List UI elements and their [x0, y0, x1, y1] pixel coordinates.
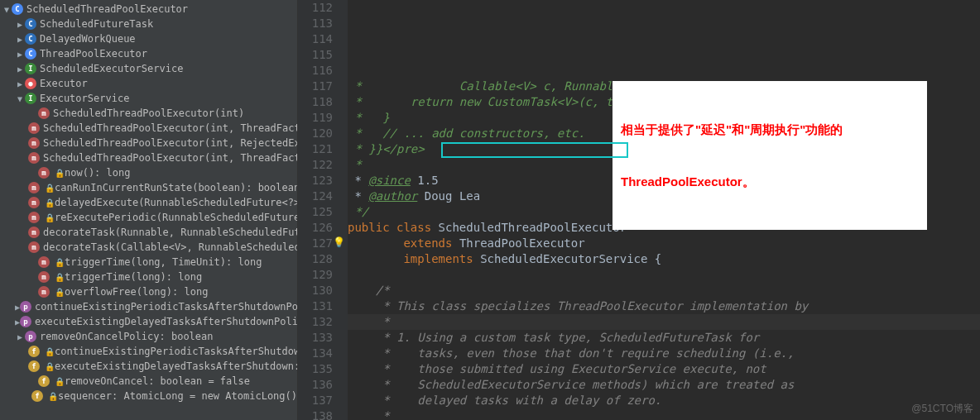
node-kind-icon: m [28, 122, 40, 134]
node-kind-icon: I [25, 93, 36, 104]
tree-item[interactable]: ▶IScheduledExecutorService [0, 61, 297, 76]
lock-icon: 🔒 [45, 198, 55, 208]
node-kind-icon: ● [25, 78, 36, 89]
tree-item-label: Executor [40, 78, 88, 89]
annotation-line1: 相当于提供了"延迟"和"周期执行"功能的 [621, 121, 919, 138]
node-kind-icon: p [25, 331, 36, 342]
node-kind-icon: m [28, 212, 40, 223]
line-number: 129 [298, 267, 333, 283]
tree-item[interactable]: f🔒continueExistingPeriodicTasksAfterShut… [0, 344, 297, 359]
line-number: 134 [298, 346, 333, 361]
node-kind-icon: C [12, 3, 23, 15]
tree-item[interactable]: mScheduledThreadPoolExecutor(int, Thread… [0, 150, 297, 165]
tree-item[interactable]: m🔒now(): long [0, 165, 297, 180]
lock-icon: 🔒 [55, 273, 65, 282]
line-number: 135 [298, 361, 333, 377]
tree-item[interactable]: mScheduledThreadPoolExecutor(int, Reject… [0, 136, 297, 150]
code-line[interactable]: * ScheduledExecutorService methods) whic… [348, 377, 980, 393]
expand-arrow-icon[interactable]: ▼ [2, 5, 12, 14]
tree-item[interactable]: m🔒triggerTime(long): long [0, 270, 297, 284]
tree-item-label: continueExistingPeriodicTasksAfterShutdo… [35, 301, 298, 313]
node-kind-icon: C [25, 48, 36, 60]
node-kind-icon: f [31, 390, 43, 402]
line-number: 127 [298, 236, 333, 251]
tree-item-label: decorateTask(Runnable, RunnableScheduled… [43, 227, 298, 238]
tree-item[interactable]: ▶CDelayedWorkQueue [0, 31, 297, 46]
code-line[interactable]: * [348, 408, 980, 420]
tree-item[interactable]: ▶CThreadPoolExecutor [0, 46, 297, 61]
expand-arrow-icon[interactable]: ▼ [15, 94, 25, 103]
structure-tree[interactable]: ▼CScheduledThreadPoolExecutor▶CScheduled… [0, 0, 298, 420]
tree-item[interactable]: mdecorateTask(Runnable, RunnableSchedule… [0, 225, 297, 240]
line-gutter: 1121131141151161171181191201211221231241… [298, 0, 348, 420]
node-kind-icon: m [28, 152, 40, 164]
line-number: 118 [298, 94, 333, 110]
tree-item[interactable]: ▶pexecuteExistingDelayedTasksAfterShutdo… [0, 314, 297, 329]
tree-item[interactable]: m🔒triggerTime(long, TimeUnit): long [0, 255, 297, 270]
tree-item[interactable]: ▶●Executor [0, 76, 297, 91]
line-number: 123 [298, 173, 333, 189]
intention-bulb-icon[interactable]: 💡 [333, 235, 345, 251]
node-kind-icon: m [38, 271, 50, 283]
tree-item[interactable]: m🔒delayedExecute(RunnableScheduledFuture… [0, 195, 297, 210]
expand-arrow-icon[interactable]: ▶ [15, 35, 25, 44]
line-number: 120 [298, 126, 333, 141]
node-kind-icon: m [28, 182, 40, 193]
expand-arrow-icon[interactable]: ▶ [15, 64, 25, 74]
line-number: 115 [298, 47, 333, 63]
node-kind-icon: I [25, 63, 36, 74]
tree-item[interactable]: ▶CScheduledFutureTask [0, 17, 297, 31]
tree-item-label: reExecutePeriodic(RunnableScheduledFutur… [55, 212, 298, 223]
node-kind-icon: f [38, 375, 50, 387]
tree-item-label: ScheduledThreadPoolExecutor(int, ThreadF… [43, 152, 298, 164]
code-line[interactable]: * 1. Using a custom task type, Scheduled… [348, 330, 980, 346]
lock-icon: 🔒 [45, 347, 55, 356]
line-number: 117 [298, 79, 333, 94]
tree-item-label: removeOnCancel: boolean = false [65, 375, 250, 387]
node-kind-icon: m [28, 197, 40, 208]
expand-arrow-icon[interactable]: ▶ [15, 20, 25, 29]
annotation-line2: ThreadPoolExecutor。 [621, 173, 919, 190]
tree-item[interactable]: mdecorateTask(Callable<V>, RunnableSched… [0, 240, 297, 255]
node-kind-icon: f [28, 346, 40, 357]
expand-arrow-icon[interactable]: ▶ [15, 50, 25, 59]
tree-item[interactable]: m🔒canRunInCurrentRunState(boolean): bool… [0, 180, 297, 195]
tree-item[interactable]: ▶premoveOnCancelPolicy: boolean [0, 329, 297, 344]
code-line[interactable]: * tasks, even those that don't require s… [348, 346, 980, 361]
code-line[interactable]: extends ThreadPoolExecutor [348, 236, 980, 251]
tree-item[interactable]: f🔒sequencer: AtomicLong = new AtomicLong… [0, 389, 297, 403]
code-line[interactable]: /* [348, 283, 980, 298]
tree-item[interactable]: f🔒executeExistingDelayedTasksAfterShutdo… [0, 359, 297, 374]
node-kind-icon: m [28, 137, 40, 149]
node-kind-icon: m [38, 286, 50, 298]
expand-arrow-icon[interactable]: ▶ [15, 79, 25, 88]
code-area[interactable]: 相当于提供了"延迟"和"周期执行"功能的 ThreadPoolExecutor。… [348, 0, 980, 420]
node-kind-icon: C [25, 33, 36, 45]
code-line[interactable]: * delayed tasks with a delay of zero. [348, 393, 980, 408]
line-number: 116 [298, 63, 333, 79]
tree-item[interactable]: mScheduledThreadPoolExecutor(int, Thread… [0, 121, 297, 136]
code-line[interactable]: * This class specializes ThreadPoolExecu… [348, 298, 980, 314]
tree-item[interactable]: f🔒removeOnCancel: boolean = false [0, 374, 297, 389]
line-number: 125 [298, 204, 333, 220]
code-line[interactable] [348, 267, 980, 283]
tree-item[interactable]: m🔒reExecutePeriodic(RunnableScheduledFut… [0, 210, 297, 225]
tree-item[interactable]: mScheduledThreadPoolExecutor(int) [0, 106, 297, 121]
line-number: 137 [298, 393, 333, 408]
tree-item-label: ScheduledThreadPoolExecutor(int, Rejecte… [43, 137, 298, 149]
tree-item[interactable]: ▶pcontinueExistingPeriodicTasksAfterShut… [0, 299, 297, 314]
tree-item-label: continueExistingPeriodicTasksAfterShutdo… [55, 346, 298, 357]
tree-item[interactable]: ▼IExecutorService [0, 91, 297, 106]
code-line[interactable]: implements ScheduledExecutorService { [348, 251, 980, 267]
tree-item[interactable]: ▼CScheduledThreadPoolExecutor [0, 2, 297, 17]
lock-icon: 🔒 [55, 169, 65, 178]
expand-arrow-icon[interactable]: ▶ [15, 332, 25, 341]
tree-item-label: ScheduledThreadPoolExecutor(int, ThreadF… [43, 122, 298, 134]
lock-icon: 🔒 [55, 377, 65, 386]
line-number: 133 [298, 330, 333, 346]
code-editor[interactable]: 1121131141151161171181191201211221231241… [298, 0, 980, 420]
tree-item[interactable]: m🔒overflowFree(long): long [0, 284, 297, 299]
code-line[interactable]: * [348, 314, 980, 330]
node-kind-icon: m [38, 167, 50, 179]
code-line[interactable]: * those submitted using ExecutorService … [348, 361, 980, 377]
